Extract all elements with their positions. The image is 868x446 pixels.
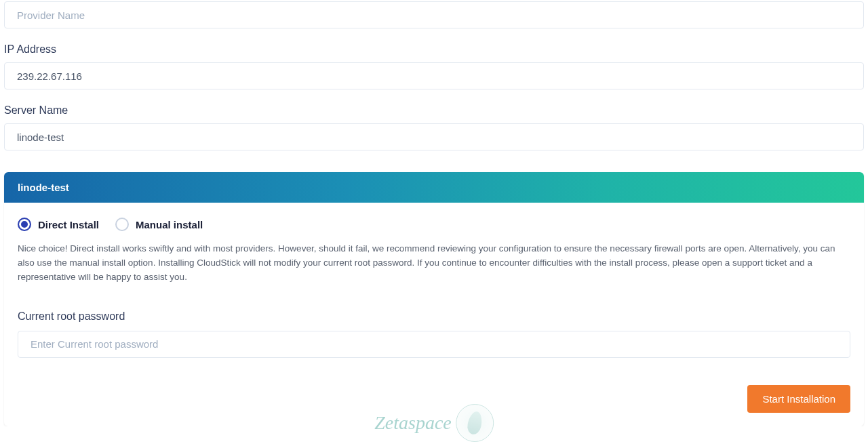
root-password-label: Current root password (18, 310, 850, 323)
root-password-input[interactable] (18, 331, 850, 358)
radio-icon (115, 218, 129, 231)
server-name-label: Server Name (4, 104, 864, 117)
manual-install-label: Manual install (136, 219, 203, 230)
start-installation-button[interactable]: Start Installation (747, 385, 850, 413)
server-name-input[interactable] (4, 123, 864, 150)
manual-install-option[interactable]: Manual install (115, 218, 203, 231)
direct-install-option[interactable]: Direct Install (18, 218, 99, 231)
card-title: linode-test (4, 172, 864, 203)
provider-name-input[interactable] (4, 1, 864, 28)
install-help-text: Nice choice! Direct install works swiftl… (18, 242, 850, 285)
install-options: Direct Install Manual install (18, 218, 850, 231)
ip-address-input[interactable] (4, 62, 864, 89)
direct-install-label: Direct Install (38, 219, 99, 230)
radio-icon (18, 218, 31, 231)
install-card: linode-test Direct Install Manual instal… (4, 172, 864, 426)
ip-address-label: IP Address (4, 43, 864, 56)
